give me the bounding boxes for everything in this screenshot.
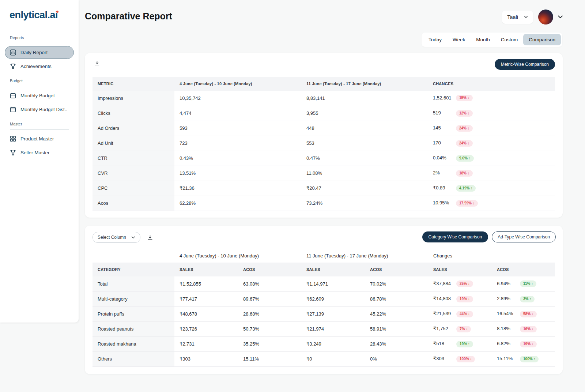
change-cell: 14524% ↓ <box>428 121 555 136</box>
sidebar-section-label-reports: Reports <box>10 35 69 43</box>
change-value: 145 <box>433 125 456 131</box>
category-wise-comparison-button[interactable]: Category Wise Comparison <box>422 231 488 242</box>
sidebar-item-label: Achievements <box>20 64 52 69</box>
category-row-total: Total₹1,52,85563.08%₹1,14,97170.02%₹37,8… <box>93 276 555 291</box>
acos-change-value: 15.11% <box>497 356 520 361</box>
category-row-others: Others₹30315.11%₹00%₹303100% ↓15.11%100%… <box>93 351 555 366</box>
period2-value: 11.08% <box>301 166 428 181</box>
period2-acos: 45.22% <box>365 306 428 321</box>
tab-week[interactable]: Week <box>447 34 471 45</box>
sidebar-item-monthly-budget-dist[interactable]: Monthly Budget Dist.. <box>5 103 74 116</box>
period1-value: 723 <box>174 136 301 151</box>
category-comparison-card: Select Column Category Wise Comparison A… <box>85 226 563 374</box>
period2-sales: ₹62,609 <box>301 291 365 306</box>
sidebar-item-achievements[interactable]: Achievements <box>5 60 74 73</box>
metric-row-ctr: CTR0.43%0.47%0.04%9.6% ↑ <box>93 151 555 166</box>
metric-row-ad-unit: Ad Unit72355317024% ↓ <box>93 136 555 151</box>
calendar-icon <box>10 92 16 99</box>
sidebar-item-daily-report[interactable]: Daily Report <box>5 46 74 59</box>
calendar-icon <box>10 106 16 113</box>
sales-change-cell: ₹37,88425% ↓ <box>428 276 492 291</box>
sales-change-badge: 7% ↓ <box>456 326 471 332</box>
sidebar-item-seller-master[interactable]: Seller Master <box>5 146 74 159</box>
sales-change-badge: 25% ↓ <box>456 280 473 287</box>
sales-change-value: ₹518 <box>433 341 456 346</box>
download-button[interactable] <box>94 60 100 66</box>
change-badge: 9.6% ↑ <box>456 155 474 162</box>
period2-value: 3,955 <box>301 106 428 121</box>
acos-change-cell: 2.89%3% ↑ <box>492 291 555 306</box>
period1-acos: 15.11% <box>238 351 301 366</box>
sidebar-item-monthly-budget[interactable]: Monthly Budget <box>5 89 74 102</box>
metric-table: METRIC 4 June (Tuesday) - 10 June (Monda… <box>93 77 555 211</box>
trophy-icon <box>10 149 16 156</box>
metric-row-cpc: CPC₹21.36₹20.47₹0.894.19% ↑ <box>93 181 555 196</box>
sidebar-item-product-master[interactable]: Product Master <box>5 132 74 145</box>
period2-acos: 86.78% <box>365 291 428 306</box>
tab-custom[interactable]: Custom <box>495 34 524 45</box>
sidebar: enlytical.ai ReportsDaily ReportAchievem… <box>0 0 79 323</box>
period1-value: 13.51% <box>174 166 301 181</box>
sales-change-badge: 100% ↓ <box>456 356 475 362</box>
change-badge: 18% ↓ <box>456 170 473 177</box>
period1-sales: ₹48,678 <box>174 306 238 321</box>
account-name: Taali <box>507 14 518 20</box>
metric-comparison-card: Metric-Wise Comparison METRIC 4 June (Tu… <box>85 53 563 218</box>
acos-change-cell: 15.11%100% ↑ <box>492 351 555 366</box>
sales-change-cell: ₹14,80819% ↓ <box>428 291 492 306</box>
change-cell: 1,52,60115% ↓ <box>428 91 555 106</box>
change-badge: 15% ↓ <box>456 95 473 101</box>
ad-type-wise-comparison-button[interactable]: Ad-Type Wise Comparison <box>492 231 556 242</box>
acos-change-value: 6.82% <box>497 341 520 346</box>
chevron-down-icon[interactable] <box>558 15 563 19</box>
period2-value: 448 <box>301 121 428 136</box>
category-row-roasted-peanuts: Roasted peanuts₹23,72650.73%₹21,97458.91… <box>93 321 555 336</box>
acos-change-badge: 100% ↑ <box>520 356 539 362</box>
category-table: 4 June (Tuesday) - 10 June (Monday) 11 J… <box>93 249 555 367</box>
download-button[interactable] <box>147 234 153 241</box>
change-badge: 12% ↓ <box>456 110 473 117</box>
period1-acos: 35.25% <box>238 336 301 351</box>
acos-change-value: 2.89% <box>497 296 520 301</box>
change-badge: 4.19% ↑ <box>456 185 476 192</box>
trophy-icon <box>10 63 16 70</box>
change-cell: 0.04%9.6% ↑ <box>428 151 555 166</box>
sidebar-item-label: Seller Master <box>20 150 50 155</box>
group-header-changes: Changes <box>428 249 555 263</box>
category-table-header: CATEGORY SALES ACOS SALES ACOS SALES ACO… <box>93 263 555 276</box>
select-column-label: Select Column <box>98 235 126 240</box>
sidebar-section-label-master: Master <box>10 122 69 129</box>
tab-month[interactable]: Month <box>471 34 495 45</box>
acos-change-cell: 6.82%19% ↓ <box>492 336 555 351</box>
period2-sales: ₹3,249 <box>301 336 365 351</box>
acos-change-badge: 3% ↑ <box>520 296 535 302</box>
change-cell: 2%18% ↓ <box>428 166 555 181</box>
sales-change-badge: 19% ↑ <box>456 341 473 347</box>
avatar[interactable] <box>538 10 553 24</box>
column-header-sales-2: SALES <box>301 263 365 276</box>
sales-change-badge: 44% ↓ <box>456 311 473 317</box>
select-column-dropdown[interactable]: Select Column <box>93 232 140 243</box>
tab-comparison[interactable]: Comparison <box>523 34 561 45</box>
period1-acos: 63.08% <box>238 276 301 291</box>
column-header-sales-change: SALES <box>428 263 492 276</box>
change-value: 2% <box>433 170 456 176</box>
metric-wise-comparison-button[interactable]: Metric-Wise Comparison <box>495 59 555 70</box>
period2-sales: ₹1,14,971 <box>301 276 365 291</box>
change-value: 519 <box>433 110 456 116</box>
acos-change-badge: 16% ↓ <box>520 326 537 332</box>
metric-table-header: METRIC 4 June (Tuesday) - 10 June (Monda… <box>93 77 555 91</box>
column-header-period1: 4 June (Tuesday) - 10 June (Monday) <box>174 77 301 91</box>
acos-change-cell: 6.94%11% ↑ <box>492 276 555 291</box>
account-dropdown[interactable]: Taali <box>502 11 533 24</box>
tab-today[interactable]: Today <box>423 34 447 45</box>
change-cell: 51912% ↓ <box>428 106 555 121</box>
sidebar-item-label: Monthly Budget <box>20 93 55 98</box>
chevron-down-icon <box>524 16 528 18</box>
period2-value: 0.47% <box>301 151 428 166</box>
app-logo: enlytical.ai <box>10 10 58 21</box>
period2-acos: 58.91% <box>365 321 428 336</box>
period1-sales: ₹77,417 <box>174 291 238 306</box>
category-name: Others <box>93 351 174 366</box>
column-header-metric: METRIC <box>93 77 174 91</box>
